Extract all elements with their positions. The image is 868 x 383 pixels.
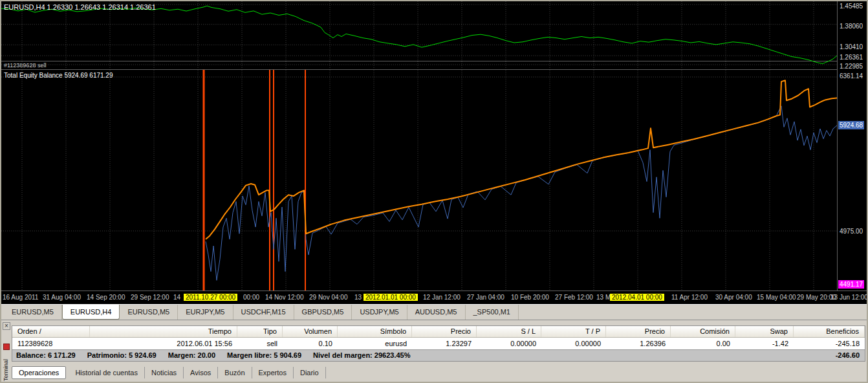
- summary-segment: Balance: 6 171.29: [16, 351, 76, 359]
- time-axis: 16 Aug 201131 Aug 04:0014 Sep 20:0029 Se…: [1, 290, 867, 304]
- chart-tab-eurusd-m5[interactable]: EURUSD,M5: [120, 305, 178, 320]
- chart-ohlc-title: EURUSD,H4 1.26330 1.26643 1.26314 1.2636…: [4, 3, 156, 11]
- chart-tab-eurusd-h4[interactable]: EURUSD,H4: [62, 305, 120, 320]
- time-tick: 14 Nov 12:00: [265, 294, 304, 301]
- equity-scale-label: 6361.14: [840, 72, 863, 80]
- terminal-panel: × Terminal Orden /TiempoTipoVolumenSímbo…: [1, 320, 867, 382]
- terminal-tab-expertos[interactable]: Expertos: [252, 367, 294, 378]
- chart-tab-usdchf-m15[interactable]: USDCHF,M15: [233, 305, 294, 320]
- price-chart-canvas[interactable]: [1, 1, 837, 69]
- terminal-title: Terminal: [3, 351, 9, 381]
- summary-segment: Patrimonio: 5 924.69: [87, 351, 157, 359]
- time-tick: 31 Aug 04:00: [43, 294, 81, 301]
- terminal-tab-diario[interactable]: Diario: [294, 367, 326, 378]
- time-tick-highlighted: 2011.10.27 00:00: [184, 294, 237, 301]
- price-scale-label: 1.30410: [840, 43, 863, 50]
- column-header[interactable]: Volumen: [283, 326, 338, 337]
- equity-low-badge: 4491.17: [838, 280, 864, 289]
- order-cell[interactable]: 2012.06.01 15:56: [90, 338, 237, 349]
- chart-tab-gbpusd-m5[interactable]: GBPUSD,M5: [294, 305, 353, 320]
- column-header[interactable]: Tipo: [237, 326, 283, 337]
- order-cell[interactable]: 0.00000: [477, 338, 541, 349]
- close-icon[interactable]: ×: [3, 322, 10, 330]
- summary-segment: Nivel del margen: 29623.45%: [313, 351, 410, 359]
- order-cell[interactable]: -245.18: [794, 338, 865, 349]
- order-cell[interactable]: 1.23297: [412, 338, 477, 349]
- price-scale: 1.45485 1.38060 1.30410 1.26361 1.22985 …: [837, 1, 867, 290]
- order-row[interactable]: 1123896282012.06.01 15:56sell0.10eurusd1…: [12, 338, 865, 349]
- terminal-tab-avisos[interactable]: Avisos: [184, 367, 218, 378]
- column-header[interactable]: Beneficios: [794, 326, 865, 337]
- chart-tab-usdjpy-m5[interactable]: USDJPY,M5: [352, 305, 407, 320]
- column-header[interactable]: T / P: [541, 326, 606, 337]
- order-cell[interactable]: 0.10: [283, 338, 338, 349]
- column-header[interactable]: S / L: [477, 326, 541, 337]
- time-tick-highlighted: 2012.04.01 00:00: [610, 294, 664, 301]
- column-header[interactable]: Tiempo: [90, 326, 237, 337]
- column-header[interactable]: Comisión: [671, 326, 735, 337]
- price-scale-label: 1.26361: [840, 54, 863, 61]
- price-scale-label: 1.38060: [840, 23, 863, 30]
- mt4-terminal-window: EURUSD,H4 1.26330 1.26643 1.26314 1.2636…: [0, 0, 868, 383]
- time-tick: 15 May 04:00: [757, 294, 796, 301]
- total-profit-value: -246.60: [836, 350, 865, 361]
- terminal-tab-buz-n[interactable]: Buzón: [218, 367, 252, 378]
- time-tick: 16 Aug 2011: [3, 294, 38, 301]
- column-header[interactable]: Símbolo: [338, 326, 412, 337]
- account-summary-text: Balance: 6 171.29Patrimonio: 5 924.69Mar…: [12, 350, 836, 361]
- chart-tab--sp500-m1[interactable]: _SP500,M1: [466, 305, 519, 320]
- terminal-tabs: OperacionesHistorial de cuentasNoticiasA…: [12, 365, 326, 380]
- equity-scale-label: 4975.00: [840, 228, 863, 235]
- column-header[interactable]: Orden /: [12, 326, 90, 337]
- time-tick: 00:00: [243, 294, 259, 301]
- time-tick: 27 Jan 04:00: [467, 294, 505, 301]
- orders-table: Orden /TiempoTipoVolumenSímboloPrecioS /…: [12, 325, 865, 362]
- chart-tab-eurjpy-m5[interactable]: EURJPY,M5: [178, 305, 233, 320]
- chart-window-tabs: EURUSD,M5EURUSD,H4EURUSD,M5EURJPY,M5USDC…: [1, 304, 867, 320]
- time-tick: 13 Jun 12:00: [830, 294, 867, 301]
- time-tick: 10 Feb 20:00: [511, 294, 549, 301]
- time-tick: 30 Apr 04:00: [715, 294, 752, 301]
- terminal-window-icon: [3, 344, 10, 350]
- order-cell[interactable]: -1.42: [735, 338, 794, 349]
- column-header[interactable]: Precio: [412, 326, 477, 337]
- time-tick: 12 Jan 12:00: [423, 294, 461, 301]
- indicator-title: Total Equity Balance 5924.69 6171.29: [4, 72, 113, 79]
- equity-current-badge: 5924.68: [838, 121, 864, 129]
- time-tick: 14: [173, 294, 180, 301]
- price-scale-label: 1.45485: [840, 3, 863, 10]
- order-cell[interactable]: sell: [237, 338, 283, 349]
- time-tick: 27 Feb 12:00: [555, 294, 593, 301]
- terminal-titlebar: × Terminal: [1, 320, 12, 382]
- time-tick-highlighted: 2012.01.01 00:00: [363, 294, 418, 301]
- chart-panel: EURUSD,H4 1.26330 1.26643 1.26314 1.2636…: [1, 1, 867, 304]
- order-cell[interactable]: 0.00: [671, 338, 735, 349]
- time-tick: 11 Apr 12:00: [671, 294, 708, 301]
- summary-segment: Margen libre: 5 904.69: [227, 351, 301, 359]
- column-header[interactable]: Precio: [606, 326, 671, 337]
- chart-tab-audusd-m5[interactable]: AUDUSD,M5: [407, 305, 466, 320]
- time-tick: 29 Sep 12:00: [131, 294, 169, 301]
- column-header[interactable]: Swap: [735, 326, 794, 337]
- terminal-tab-operaciones[interactable]: Operaciones: [12, 366, 66, 379]
- order-cell[interactable]: eurusd: [338, 338, 412, 349]
- summary-segment: Margen: 20.00: [168, 351, 215, 359]
- order-cell[interactable]: 1.26396: [606, 338, 671, 349]
- terminal-tab-historial-de-cuentas[interactable]: Historial de cuentas: [69, 367, 145, 378]
- price-scale-label: 1.22985: [840, 63, 863, 70]
- orders-table-header-row: Orden /TiempoTipoVolumenSímboloPrecioS /…: [12, 326, 865, 338]
- account-summary-row: Balance: 6 171.29Patrimonio: 5 924.69Mar…: [12, 349, 865, 361]
- order-cell[interactable]: 112389628: [12, 338, 90, 349]
- time-tick: 29 Nov 04:00: [309, 294, 348, 301]
- chart-tab-eurusd-m5[interactable]: EURUSD,M5: [4, 305, 62, 320]
- order-cell[interactable]: 0.00000: [541, 338, 606, 349]
- terminal-tab-noticias[interactable]: Noticias: [145, 367, 184, 378]
- time-tick: 14 Sep 20:00: [87, 294, 125, 301]
- equity-chart-canvas[interactable]: [1, 70, 837, 290]
